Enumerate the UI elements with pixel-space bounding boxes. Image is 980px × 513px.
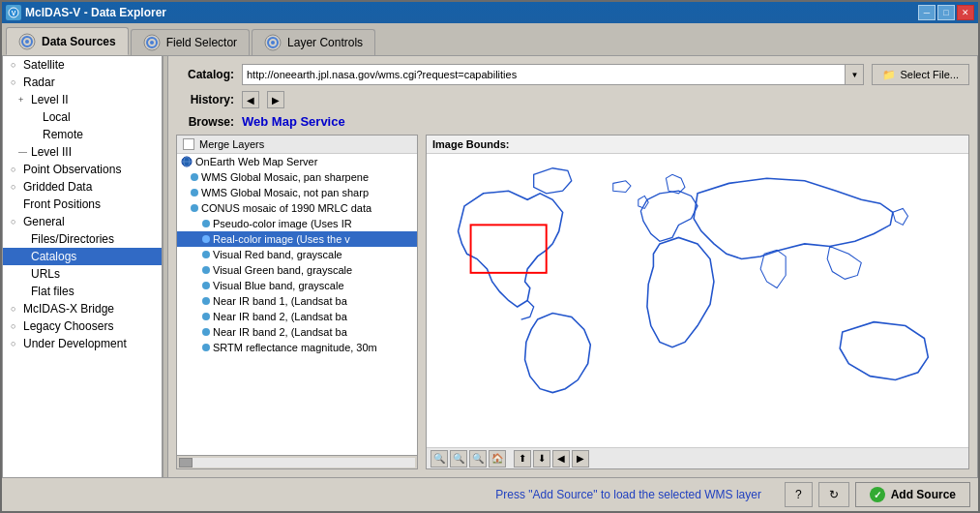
tree-label: Flat files bbox=[31, 285, 74, 298]
wms-item-global-sharp[interactable]: WMS Global Mosaic, pan sharpene bbox=[177, 169, 417, 185]
map-title: Image Bounds: bbox=[427, 136, 968, 154]
scroll-track[interactable] bbox=[193, 458, 415, 468]
svg-point-4 bbox=[25, 40, 29, 44]
minimize-button[interactable]: ─ bbox=[918, 5, 935, 20]
bottom-buttons: ? ↻ ✓ Add Source bbox=[785, 482, 970, 507]
scroll-thumb[interactable] bbox=[179, 458, 193, 468]
add-source-button[interactable]: ✓ Add Source bbox=[855, 482, 970, 507]
wms-scrollbar[interactable] bbox=[177, 455, 417, 468]
tree-item-catalogs[interactable]: Catalogs bbox=[3, 248, 162, 265]
tab-data-sources-label: Data Sources bbox=[42, 35, 116, 48]
tree-item-mcidas-bridge[interactable]: ○ McIDAS-X Bridge bbox=[3, 300, 162, 317]
wms-item-pseudo[interactable]: Pseudo-color image (Uses IR bbox=[177, 216, 417, 231]
tree-item-front-pos[interactable]: Front Positions bbox=[3, 196, 162, 213]
tree-label: Front Positions bbox=[23, 197, 101, 211]
catalog-dropdown: ▼ bbox=[242, 64, 864, 85]
pan-left-button[interactable]: ◀ bbox=[552, 450, 570, 468]
main-window: V McIDAS-V - Data Explorer ─ □ ✕ Data So… bbox=[0, 0, 980, 513]
tree-item-gridded[interactable]: ○ Gridded Data bbox=[3, 178, 162, 196]
svg-point-10 bbox=[271, 41, 275, 45]
data-sources-tab-icon bbox=[18, 33, 36, 50]
wms-item-global-not[interactable]: WMS Global Mosaic, not pan sharp bbox=[177, 185, 417, 200]
expand-icon: ○ bbox=[11, 77, 20, 87]
tree-label: McIDAS-X Bridge bbox=[23, 302, 114, 316]
wms-item-label: Pseudo-color image (Uses IR bbox=[213, 218, 352, 229]
wms-dot-icon bbox=[191, 189, 198, 196]
wms-item-label: WMS Global Mosaic, not pan sharp bbox=[201, 187, 369, 198]
wms-item-srtm[interactable]: SRTM reflectance magnitude, 30m bbox=[177, 340, 417, 355]
tree-label: Legacy Choosers bbox=[23, 319, 113, 333]
wms-dot-icon bbox=[202, 328, 210, 336]
pan-right-button[interactable]: ▶ bbox=[572, 450, 589, 468]
wms-dot-icon bbox=[202, 297, 210, 305]
tree-item-legacy[interactable]: ○ Legacy Choosers bbox=[3, 317, 162, 335]
tree-item-flat[interactable]: Flat files bbox=[3, 283, 162, 300]
expand-icon: ○ bbox=[11, 217, 20, 226]
wms-item-near-ir-1[interactable]: Near IR band 1, (Landsat ba bbox=[177, 293, 417, 309]
close-button[interactable]: ✕ bbox=[957, 5, 974, 20]
tree-label: Under Development bbox=[23, 337, 127, 350]
tree-item-urls[interactable]: URLs bbox=[3, 265, 162, 283]
tab-data-sources[interactable]: Data Sources bbox=[6, 27, 129, 55]
status-text: Press "Add Source" to load the selected … bbox=[10, 488, 777, 501]
tree-item-radar[interactable]: ○ Radar bbox=[3, 74, 162, 91]
maximize-button[interactable]: □ bbox=[937, 5, 955, 20]
tab-field-selector-label: Field Selector bbox=[166, 36, 237, 49]
wms-item-vis-green[interactable]: Visual Green band, grayscale bbox=[177, 262, 417, 278]
catalog-input[interactable] bbox=[242, 64, 864, 85]
wms-dot-icon bbox=[191, 173, 198, 181]
select-file-button[interactable]: 📁 Select File... bbox=[872, 64, 969, 85]
browse-row: Browse: Web Map Service bbox=[176, 114, 969, 129]
tree-item-under-dev[interactable]: ○ Under Development bbox=[3, 335, 162, 352]
help-button[interactable]: ? bbox=[785, 482, 813, 507]
wms-item-near-ir-2b[interactable]: Near IR band 2, (Landsat ba bbox=[177, 324, 417, 340]
pan-down-button[interactable]: ⬇ bbox=[533, 450, 550, 468]
globe-icon bbox=[181, 156, 193, 167]
zoom-out-button[interactable]: 🔍 bbox=[450, 450, 467, 468]
tab-layer-controls[interactable]: Layer Controls bbox=[252, 29, 375, 55]
browse-value: Web Map Service bbox=[242, 114, 345, 129]
expand-icon: ○ bbox=[11, 60, 20, 70]
wms-item-near-ir-2a[interactable]: Near IR band 2, (Landsat ba bbox=[177, 309, 417, 324]
world-map-svg bbox=[427, 154, 968, 447]
zoom-region-button[interactable]: 🔍 bbox=[469, 450, 487, 468]
wms-item-real-color[interactable]: Real-color image (Uses the v bbox=[177, 231, 417, 247]
wms-item-vis-red[interactable]: Visual Red band, grayscale bbox=[177, 247, 417, 262]
home-button[interactable]: 🏠 bbox=[489, 450, 506, 468]
right-panel: Catalog: ▼ 📁 Select File... History: ◀ ▶… bbox=[168, 56, 977, 477]
catalog-label: Catalog: bbox=[176, 68, 234, 81]
tree-label: Catalogs bbox=[31, 250, 76, 263]
wms-item-label: Near IR band 2, (Landsat ba bbox=[213, 326, 347, 338]
tree-label: Remote bbox=[43, 128, 83, 141]
pan-up-button[interactable]: ⬆ bbox=[514, 450, 531, 468]
tree-item-local[interactable]: Local bbox=[3, 108, 162, 126]
tree-item-files[interactable]: Files/Directories bbox=[3, 230, 162, 248]
wms-item-server[interactable]: OnEarth Web Map Server bbox=[177, 154, 417, 169]
tree-item-satellite[interactable]: ○ Satellite bbox=[3, 56, 162, 74]
wms-item-conus[interactable]: CONUS mosaic of 1990 MRLC data bbox=[177, 200, 417, 216]
wms-item-label: Visual Blue band, grayscale bbox=[213, 280, 344, 291]
wms-dot-icon bbox=[202, 313, 210, 320]
catalog-dropdown-arrow[interactable]: ▼ bbox=[845, 64, 864, 85]
history-back-button[interactable]: ◀ bbox=[242, 91, 259, 108]
tree-item-point-obs[interactable]: ○ Point Observations bbox=[3, 161, 162, 178]
wms-server-label: OnEarth Web Map Server bbox=[195, 156, 317, 167]
tree-label: Satellite bbox=[23, 58, 65, 72]
catalog-row: Catalog: ▼ 📁 Select File... bbox=[176, 64, 969, 85]
wms-item-label: SRTM reflectance magnitude, 30m bbox=[213, 342, 377, 353]
refresh-button[interactable]: ↻ bbox=[818, 482, 849, 507]
tree-label: Radar bbox=[23, 75, 55, 89]
expand-icon: ○ bbox=[11, 182, 20, 192]
wms-item-label: Real-color image (Uses the v bbox=[213, 233, 350, 245]
tree-item-level2[interactable]: + Level II bbox=[3, 91, 162, 108]
zoom-in-button[interactable]: 🔍 bbox=[431, 450, 448, 468]
history-forward-button[interactable]: ▶ bbox=[267, 91, 284, 108]
tree-item-general[interactable]: ○ General bbox=[3, 213, 162, 230]
merge-layers-checkbox[interactable] bbox=[183, 138, 194, 150]
wms-item-vis-blue[interactable]: Visual Blue band, grayscale bbox=[177, 278, 417, 293]
tree-item-level3[interactable]: — Level III bbox=[3, 143, 162, 161]
tree-item-remote[interactable]: Remote bbox=[3, 126, 162, 143]
tab-field-selector[interactable]: Field Selector bbox=[131, 29, 250, 55]
expand-icon: ○ bbox=[11, 321, 20, 331]
tree-label: Gridded Data bbox=[23, 180, 92, 194]
